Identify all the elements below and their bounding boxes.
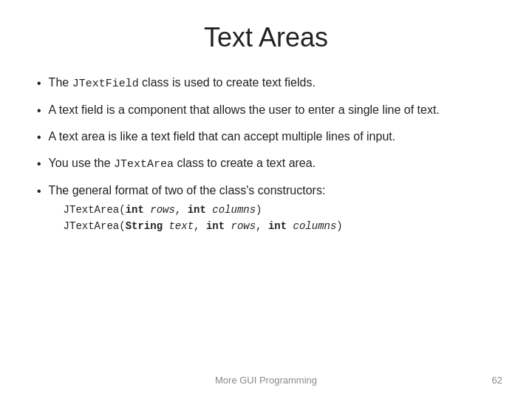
bullet-icon: •: [37, 75, 41, 92]
code-block: JTextArea(int rows, int columns) JTextAr…: [64, 202, 495, 235]
list-item: • The JTextField class is used to create…: [37, 74, 495, 92]
bullet-text: A text field is a component that allows …: [49, 101, 495, 118]
inline-code-jtextarea: JTextArea: [114, 158, 174, 171]
bullet-icon: •: [37, 155, 41, 172]
code-line-2: JTextArea(String text, int rows, int col…: [64, 218, 495, 234]
footer-page-number: 62: [492, 375, 502, 386]
slide: Text Areas • The JTextField class is use…: [0, 0, 532, 399]
bullet-icon: •: [37, 183, 41, 200]
footer: More GUI Programming: [0, 375, 532, 386]
bullet-icon: •: [37, 129, 41, 146]
footer-center-text: More GUI Programming: [215, 375, 317, 386]
bullet-text: You use the JTextArea class to create a …: [49, 154, 495, 173]
inline-code-jtextfield: JTextField: [72, 78, 139, 90]
bullet-text: The general format of two of the class's…: [49, 182, 495, 235]
bullet-icon: •: [37, 102, 41, 119]
bullet-list: • The JTextField class is used to create…: [37, 74, 495, 377]
list-item: • The general format of two of the class…: [37, 182, 495, 235]
bullet-text: A text area is like a text field that ca…: [49, 128, 495, 145]
code-line-1: JTextArea(int rows, int columns): [64, 202, 495, 218]
list-item: • You use the JTextArea class to create …: [37, 154, 495, 173]
list-item: • A text area is like a text field that …: [37, 128, 495, 146]
list-item: • A text field is a component that allow…: [37, 101, 495, 119]
bullet-text: The JTextField class is used to create t…: [49, 74, 495, 92]
slide-title: Text Areas: [37, 22, 495, 53]
